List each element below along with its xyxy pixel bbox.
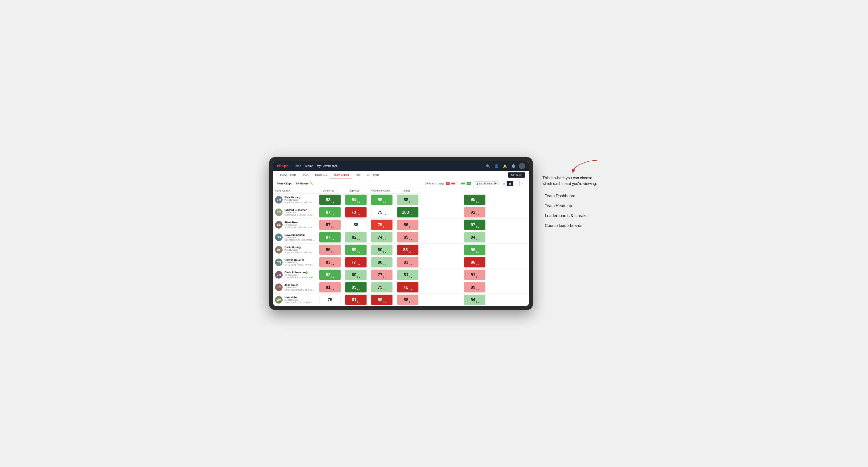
arrow-down-icon (410, 201, 412, 203)
last-rounds-icon: 📊 (475, 182, 478, 185)
change-info: 9 (383, 213, 386, 216)
change-info: 11 (356, 214, 361, 216)
edit-icon[interactable]: ✏️ (310, 182, 313, 185)
metric-cell: 963 (421, 244, 529, 256)
tab-pga[interactable]: PGA (300, 171, 312, 179)
metric-cell: 846 (343, 194, 369, 206)
metric-cell: 874 (317, 231, 343, 244)
metric-box: 868 (464, 257, 486, 268)
tablet-screen: clippd Home Teams My Performance 🔍 👤 🔔 ⚙… (273, 161, 529, 306)
player-cell[interactable]: CRChris Robertson✓1-5 HandicapCraigmilla… (273, 270, 317, 280)
arrow-down-icon (411, 288, 412, 290)
col-aroundgreen[interactable]: Around the Green → (369, 188, 395, 194)
player-cell[interactable]: BMBlair McHargPlus HandicapRoyal North D… (273, 195, 317, 205)
score-value: 87 (326, 210, 331, 215)
metric-cell: 833 (317, 256, 343, 269)
arrow-up-icon (477, 251, 479, 253)
arrow-up-icon (384, 251, 386, 253)
player-club: Gog Magog Golf Club, United Kingdom (284, 239, 315, 241)
change-info: 1 (383, 239, 386, 241)
change-info: 4 (331, 201, 334, 204)
metric-cell: 8310 (395, 244, 421, 256)
player-cell[interactable]: JCJosh Coles1-5 HandicapRoyal North Devo… (273, 282, 317, 292)
metric-cell: 88 (343, 219, 369, 231)
arrow-up-icon (384, 301, 386, 303)
nav-links: Home Teams My Performance (293, 163, 480, 168)
arrow-up-icon (359, 276, 360, 278)
view-table-btn[interactable]: ▦ (507, 181, 513, 186)
verified-icon: ✓ (302, 259, 304, 261)
arrow-up-icon (384, 288, 386, 290)
tab-allplayers[interactable]: All Players (364, 171, 383, 179)
col-offtee[interactable]: Off the Tee → (317, 188, 343, 194)
player-cell[interactable]: DBDave Billingham1-5 HandicapGog Magog G… (273, 232, 317, 243)
player-cell[interactable]: DFDavid Ford✓Plus HandicapRoyal North De… (273, 245, 317, 255)
arrow-up-icon (384, 201, 386, 203)
team-name: Team Clippd (277, 182, 292, 185)
player-cell[interactable]: ECEdward Crossman1-5 HandicapSunningdale… (273, 207, 317, 217)
annotation-item-0: Team Dashboard (545, 194, 599, 198)
tab-teamclippd[interactable]: Team Clippd (330, 171, 352, 179)
player-avatar: EC (275, 209, 283, 216)
bell-icon[interactable]: 🔔 (502, 163, 507, 169)
metric-box: 871 (319, 207, 341, 217)
score-value: 81 (404, 272, 408, 277)
metric-box: 75 (319, 294, 341, 305)
tab-tour[interactable]: Tour (352, 171, 364, 179)
sub-header: Team Clippd | 14 Players ✏️ 20 Round Cha… (273, 179, 529, 188)
metric-box: 814 (397, 270, 418, 280)
add-team-button[interactable]: Add Team (508, 173, 525, 178)
player-info: Blair McHargPlus HandicapRoyal North Dev… (284, 196, 315, 204)
settings-icon[interactable]: ⚙️ (510, 163, 516, 169)
nav-link-home[interactable]: Home (293, 163, 301, 168)
player-cell[interactable]: EEElliot Ebert1-5 HandicapSunningdale Go… (273, 220, 317, 230)
change-info: 3 (409, 239, 412, 241)
team-info: Team Clippd | 14 Players ✏️ (277, 182, 313, 185)
col-player[interactable]: Player Quality ↓ (273, 188, 317, 194)
tab-hcaps[interactable]: Hcaps 1-5 (312, 171, 330, 179)
score-value: 96 (470, 247, 475, 252)
player-avatar: DF (275, 246, 283, 253)
col-approach[interactable]: Approach → (343, 188, 369, 194)
last-rounds-button[interactable]: 📊 Last Rounds: 20 (473, 181, 499, 186)
view-heatmap-btn[interactable]: 🌡 (513, 181, 519, 186)
search-icon[interactable]: 🔍 (485, 163, 491, 169)
arrow-down-icon (384, 226, 386, 228)
change-info: 3 (383, 226, 386, 228)
metric-box: 975 (464, 220, 486, 230)
tablet-frame: clippd Home Teams My Performance 🔍 👤 🔔 ⚙… (269, 157, 533, 310)
table-row: DFDavid Ford✓Plus HandicapRoyal North De… (273, 244, 529, 256)
metric-box: 881 (397, 195, 418, 205)
player-club: Royal North Devon Golf Club, United King… (284, 201, 315, 204)
view-grid-btn[interactable]: ⊞ (501, 181, 507, 186)
metric-cell: 975 (421, 219, 529, 231)
score-value: 83 (326, 260, 331, 265)
player-club: Royal North Devon Golf Club, United King… (284, 289, 315, 291)
avatar[interactable] (519, 163, 525, 169)
annotation-item-1: Team Heatmap (545, 204, 599, 208)
player-cell[interactable]: MMMatt Miller6-10 HandicapWoburn Golf Cl… (273, 294, 317, 305)
tab-pgat[interactable]: PGAT Players (277, 171, 300, 179)
score-value: 75 (378, 285, 382, 290)
metric-cell: 941 (421, 231, 529, 244)
player-cell[interactable]: CQCharlie Quick✓6-10 HandicapSt. George'… (273, 257, 317, 268)
col-putting[interactable]: Putting → (395, 188, 421, 194)
metric-box: 958 (345, 282, 367, 292)
score-value: 58 (378, 298, 382, 302)
round-change: 20 Round Change -5 +5 (425, 182, 470, 185)
arrow-up-icon (384, 213, 386, 215)
view-sort-btn[interactable]: ↕ (519, 181, 525, 186)
person-icon[interactable]: 👤 (493, 163, 499, 169)
metric-cell: 823 (317, 269, 343, 281)
nav-link-myperformance[interactable]: My Performance (317, 163, 338, 168)
nav-link-teams[interactable]: Teams (305, 163, 313, 168)
metric-box: 923 (464, 207, 486, 217)
metric-box: 873 (319, 220, 341, 230)
score-value: 83 (404, 260, 408, 265)
player-club: Sunningdale Golf Club, United Kingdom (284, 226, 315, 228)
change-info: 2 (409, 301, 412, 304)
player-club: Royal North Devon Golf Club, United King… (284, 251, 315, 253)
score-value: 88 (353, 222, 358, 227)
change-info: 2 (476, 288, 479, 291)
metric-box: 824 (345, 232, 367, 243)
